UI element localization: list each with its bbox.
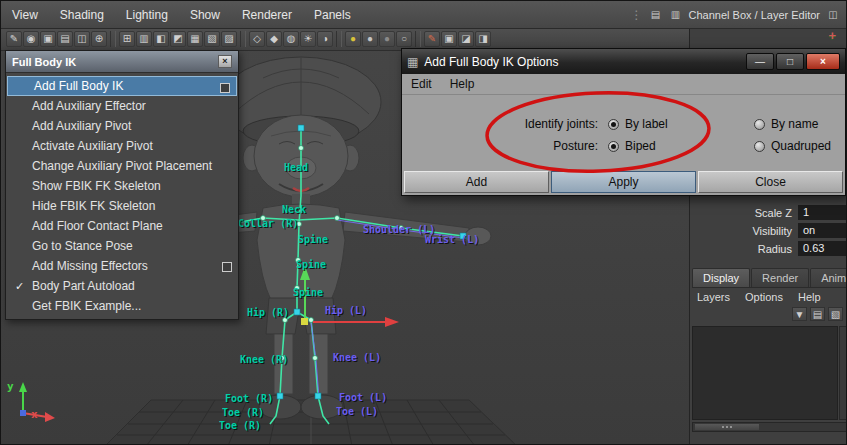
- safe-title-icon[interactable]: ▨: [221, 31, 237, 47]
- menu-panels[interactable]: Panels: [303, 2, 362, 28]
- shaded-icon[interactable]: ◆: [266, 31, 282, 47]
- tab-render[interactable]: Render: [751, 268, 809, 287]
- option-box-icon[interactable]: [222, 262, 232, 272]
- help-menu[interactable]: Help: [798, 291, 821, 303]
- menu-item-body-part-autoload[interactable]: ✓ Body Part Autoload: [6, 276, 238, 296]
- biped-option-label[interactable]: Biped: [625, 139, 656, 153]
- apply-button[interactable]: Apply: [551, 171, 696, 193]
- bookmark-icon[interactable]: ▤: [57, 31, 73, 47]
- grease-pencil-icon[interactable]: ✎: [6, 31, 22, 47]
- biped-radio[interactable]: [608, 141, 619, 152]
- dialog-menubar: Edit Help: [402, 74, 845, 95]
- joint-label: Hip (R): [247, 307, 289, 318]
- dialog-body: Identify joints: By label By name Postur…: [402, 95, 845, 172]
- resolution-gate-icon[interactable]: ◧: [153, 31, 169, 47]
- channel-box-icon[interactable]: ▤: [649, 8, 663, 21]
- menu-item-get-fbik-example[interactable]: Get FBIK Example...: [6, 296, 238, 316]
- joint-label: Head: [284, 162, 308, 173]
- tab-anim[interactable]: Anim: [810, 268, 847, 287]
- xray-joints-icon[interactable]: ◨: [475, 31, 491, 47]
- minimize-icon[interactable]: —: [746, 53, 774, 70]
- dialog-menu-edit[interactable]: Edit: [402, 77, 441, 91]
- menu-item-add-auxiliary-effector[interactable]: Add Auxiliary Effector: [6, 96, 238, 116]
- dark-sphere-icon[interactable]: ○: [396, 31, 412, 47]
- film-gate-icon[interactable]: ▥: [136, 31, 152, 47]
- safe-action-icon[interactable]: ▧: [204, 31, 220, 47]
- channel-value-field[interactable]: 0.63: [798, 241, 847, 256]
- menu-shading[interactable]: Shading: [49, 2, 115, 28]
- layers-menu[interactable]: Layers: [697, 291, 730, 303]
- dialog-titlebar[interactable]: ▦ Add Full Body IK Options — □ ×: [402, 49, 845, 74]
- channel-value-field[interactable]: 1: [798, 205, 847, 220]
- channel-name[interactable]: Visibility: [690, 225, 798, 237]
- by-label-radio[interactable]: [608, 119, 619, 130]
- menu-item-activate-auxiliary-pivot[interactable]: Activate Auxiliary Pivot: [6, 136, 238, 156]
- layer-list[interactable]: [692, 326, 838, 420]
- by-name-option-label[interactable]: By name: [771, 117, 818, 131]
- xray-icon[interactable]: ◪: [458, 31, 474, 47]
- menu-item-add-floor-contact-plane[interactable]: Add Floor Contact Plane: [6, 216, 238, 236]
- menu-item-hide-fbik-fk-skeleton[interactable]: Hide FBIK FK Skeleton: [6, 196, 238, 216]
- quadruped-radio[interactable]: [754, 141, 765, 152]
- pan-zoom-icon[interactable]: ⊕: [91, 31, 107, 47]
- isolate-select-icon[interactable]: ▣: [441, 31, 457, 47]
- joint-label: Toe (R): [222, 407, 264, 418]
- layer-editor-menubar: Layers Options Help: [697, 291, 821, 303]
- gate-mask-icon[interactable]: ◩: [170, 31, 186, 47]
- grid-icon[interactable]: ⊞: [119, 31, 135, 47]
- by-label-option-label[interactable]: By label: [625, 117, 668, 131]
- close-icon[interactable]: ×: [806, 53, 840, 70]
- menu-lighting[interactable]: Lighting: [115, 2, 179, 28]
- wire-sphere-icon[interactable]: ●: [379, 31, 395, 47]
- by-name-radio[interactable]: [754, 119, 765, 130]
- camera-attributes-icon[interactable]: ▣: [40, 31, 56, 47]
- options-menu[interactable]: Options: [745, 291, 783, 303]
- close-button[interactable]: Close: [698, 171, 843, 193]
- menu-item-add-auxiliary-pivot[interactable]: Add Auxiliary Pivot: [6, 116, 238, 136]
- menu-item-go-to-stance-pose[interactable]: Go to Stance Pose: [6, 236, 238, 256]
- menu-item-show-fbik-fk-skeleton[interactable]: Show FBIK FK Skeleton: [6, 176, 238, 196]
- move-tool-icon[interactable]: +: [828, 28, 836, 43]
- default-material-icon[interactable]: ●: [345, 31, 361, 47]
- lights-icon[interactable]: ☀: [300, 31, 316, 47]
- axis-y-label: y: [7, 380, 14, 393]
- quadruped-option-label[interactable]: Quadruped: [771, 139, 831, 153]
- menu-item-add-full-body-ik[interactable]: Add Full Body IK: [7, 76, 237, 96]
- add-button[interactable]: Add: [404, 171, 549, 193]
- move-to-new-layer-icon[interactable]: ▼: [792, 307, 807, 321]
- drag-grip-icon[interactable]: ⋮: [631, 8, 643, 22]
- shadows-icon[interactable]: ◑: [317, 31, 333, 47]
- textured-icon[interactable]: ◍: [283, 31, 299, 47]
- layer-list-horizontal-scrollbar[interactable]: [692, 422, 847, 432]
- menu-view[interactable]: View: [1, 2, 49, 28]
- menu-renderer[interactable]: Renderer: [231, 2, 303, 28]
- field-chart-icon[interactable]: ▦: [187, 31, 203, 47]
- fbik-menu-titlebar[interactable]: Full Body IK ×: [6, 51, 238, 73]
- camera-select-icon[interactable]: ◉: [23, 31, 39, 47]
- shaded-sphere-icon[interactable]: ●: [362, 31, 378, 47]
- channel-name[interactable]: Radius: [690, 243, 798, 255]
- wireframe-icon[interactable]: ◇: [249, 31, 265, 47]
- new-empty-layer-icon[interactable]: ▤: [810, 307, 825, 321]
- option-box-icon[interactable]: [220, 83, 230, 93]
- layer-list-vertical-scrollbar[interactable]: [839, 326, 847, 420]
- image-plane-icon[interactable]: ◫: [74, 31, 90, 47]
- menu-show[interactable]: Show: [179, 2, 231, 28]
- layer-editor-icon[interactable]: ▥: [669, 8, 683, 21]
- maximize-icon[interactable]: □: [776, 53, 804, 70]
- identify-joints-row: Identify joints: By label By name: [402, 114, 845, 134]
- channel-name[interactable]: Scale Z: [690, 207, 798, 219]
- dialog-menu-help[interactable]: Help: [441, 77, 484, 91]
- scrollbar-handle[interactable]: [695, 424, 759, 430]
- close-icon[interactable]: ×: [218, 55, 232, 68]
- axis-x-label: x: [31, 408, 38, 421]
- menu-item-label: Activate Auxiliary Pivot: [32, 139, 153, 153]
- sidebar-toggle-icon[interactable]: ◫: [826, 8, 840, 21]
- menu-item-add-missing-effectors[interactable]: Add Missing Effectors: [6, 256, 238, 276]
- new-layer-from-selected-icon[interactable]: ▧: [828, 307, 843, 321]
- fbik-menu-title: Full Body IK: [12, 56, 76, 68]
- tab-display[interactable]: Display: [692, 268, 750, 287]
- menu-item-change-auxiliary-pivot-placement[interactable]: Change Auxiliary Pivot Placement: [6, 156, 238, 176]
- channel-value-field[interactable]: on: [798, 223, 847, 238]
- paint-effects-icon[interactable]: ✎: [424, 31, 440, 47]
